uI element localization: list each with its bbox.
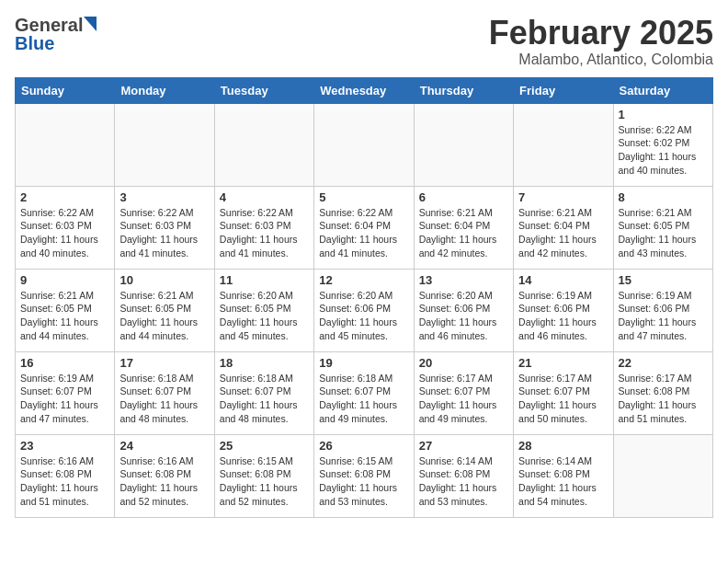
title-area: February 2025 Malambo, Atlantico, Colomb… [489,15,713,68]
day-cell: 21Sunrise: 6:17 AM Sunset: 6:07 PM Dayli… [514,351,613,434]
day-number: 7 [518,190,608,204]
day-number: 23 [20,439,109,453]
day-number: 5 [319,190,408,204]
day-number: 15 [619,273,708,287]
day-number: 1 [619,108,708,121]
day-cell: 9Sunrise: 6:21 AM Sunset: 6:05 PM Daylig… [16,269,115,351]
logo-blue: Blue [15,33,54,53]
day-cell: 10Sunrise: 6:21 AM Sunset: 6:05 PM Dayli… [115,269,214,351]
day-cell: 18Sunrise: 6:18 AM Sunset: 6:07 PM Dayli… [214,351,313,434]
day-number: 18 [220,356,309,370]
day-number: 12 [319,273,408,287]
day-number: 16 [20,356,109,370]
day-info: Sunrise: 6:21 AM Sunset: 6:05 PM Dayligh… [619,206,708,260]
day-number: 25 [220,439,309,453]
day-number: 26 [319,439,408,453]
day-number: 11 [220,273,309,287]
day-number: 14 [518,273,608,287]
day-number: 27 [419,439,508,453]
day-cell: 23Sunrise: 6:16 AM Sunset: 6:08 PM Dayli… [16,434,115,517]
day-number: 8 [619,190,708,204]
day-info: Sunrise: 6:20 AM Sunset: 6:06 PM Dayligh… [419,289,508,343]
week-row-0: 1Sunrise: 6:22 AM Sunset: 6:02 PM Daylig… [16,103,713,186]
logo: General Blue [15,15,97,52]
day-cell: 17Sunrise: 6:18 AM Sunset: 6:07 PM Dayli… [115,351,214,434]
month-title: February 2025 [489,15,713,52]
day-cell: 1Sunrise: 6:22 AM Sunset: 6:02 PM Daylig… [613,103,712,186]
day-info: Sunrise: 6:14 AM Sunset: 6:08 PM Dayligh… [419,454,508,509]
day-number: 21 [518,356,608,370]
calendar-header-row: SundayMondayTuesdayWednesdayThursdayFrid… [16,77,713,103]
day-cell: 27Sunrise: 6:14 AM Sunset: 6:08 PM Dayli… [414,434,513,517]
day-number: 20 [419,356,508,370]
day-info: Sunrise: 6:21 AM Sunset: 6:04 PM Dayligh… [518,206,608,260]
header-monday: Monday [115,77,214,103]
day-cell: 16Sunrise: 6:19 AM Sunset: 6:07 PM Dayli… [16,351,115,434]
day-info: Sunrise: 6:14 AM Sunset: 6:08 PM Dayligh… [518,454,608,509]
day-info: Sunrise: 6:17 AM Sunset: 6:07 PM Dayligh… [419,372,508,426]
day-cell: 7Sunrise: 6:21 AM Sunset: 6:04 PM Daylig… [514,186,613,269]
day-cell: 5Sunrise: 6:22 AM Sunset: 6:04 PM Daylig… [314,186,414,269]
day-cell: 24Sunrise: 6:16 AM Sunset: 6:08 PM Dayli… [115,434,214,517]
day-info: Sunrise: 6:16 AM Sunset: 6:08 PM Dayligh… [20,454,109,509]
day-info: Sunrise: 6:18 AM Sunset: 6:07 PM Dayligh… [319,372,408,426]
day-info: Sunrise: 6:19 AM Sunset: 6:06 PM Dayligh… [518,289,608,343]
header-sunday: Sunday [16,77,115,103]
day-cell [514,103,613,186]
day-number: 24 [119,439,209,453]
day-info: Sunrise: 6:22 AM Sunset: 6:03 PM Dayligh… [119,206,209,260]
day-cell: 13Sunrise: 6:20 AM Sunset: 6:06 PM Dayli… [414,269,513,351]
week-row-1: 2Sunrise: 6:22 AM Sunset: 6:03 PM Daylig… [16,186,713,269]
week-row-2: 9Sunrise: 6:21 AM Sunset: 6:05 PM Daylig… [16,269,713,351]
day-cell: 22Sunrise: 6:17 AM Sunset: 6:08 PM Dayli… [613,351,712,434]
day-number: 9 [20,273,109,287]
day-number: 22 [619,356,708,370]
day-number: 6 [419,190,508,204]
day-info: Sunrise: 6:17 AM Sunset: 6:07 PM Dayligh… [518,372,608,426]
day-cell: 3Sunrise: 6:22 AM Sunset: 6:03 PM Daylig… [115,186,214,269]
day-info: Sunrise: 6:20 AM Sunset: 6:05 PM Dayligh… [220,289,309,343]
day-info: Sunrise: 6:22 AM Sunset: 6:03 PM Dayligh… [20,206,109,260]
day-cell: 19Sunrise: 6:18 AM Sunset: 6:07 PM Dayli… [314,351,414,434]
day-info: Sunrise: 6:15 AM Sunset: 6:08 PM Dayligh… [319,454,408,509]
day-number: 3 [119,190,209,204]
day-cell [16,103,115,186]
day-info: Sunrise: 6:19 AM Sunset: 6:06 PM Dayligh… [619,289,708,343]
header-friday: Friday [514,77,613,103]
day-cell: 20Sunrise: 6:17 AM Sunset: 6:07 PM Dayli… [414,351,513,434]
day-number: 2 [20,190,109,204]
day-info: Sunrise: 6:15 AM Sunset: 6:08 PM Dayligh… [220,454,309,509]
day-info: Sunrise: 6:22 AM Sunset: 6:03 PM Dayligh… [220,206,309,260]
logo-general: General [15,16,83,34]
day-info: Sunrise: 6:21 AM Sunset: 6:05 PM Dayligh… [119,289,209,343]
day-cell: 11Sunrise: 6:20 AM Sunset: 6:05 PM Dayli… [214,269,313,351]
day-number: 13 [419,273,508,287]
day-info: Sunrise: 6:21 AM Sunset: 6:05 PM Dayligh… [20,289,109,343]
day-cell [214,103,313,186]
day-cell: 25Sunrise: 6:15 AM Sunset: 6:08 PM Dayli… [214,434,313,517]
day-info: Sunrise: 6:17 AM Sunset: 6:08 PM Dayligh… [619,372,708,426]
day-number: 4 [220,190,309,204]
day-cell: 12Sunrise: 6:20 AM Sunset: 6:06 PM Dayli… [314,269,414,351]
day-cell: 6Sunrise: 6:21 AM Sunset: 6:04 PM Daylig… [414,186,513,269]
day-number: 28 [518,439,608,453]
day-info: Sunrise: 6:20 AM Sunset: 6:06 PM Dayligh… [319,289,408,343]
header-thursday: Thursday [414,77,513,103]
logo-triangle-icon [84,17,97,34]
day-cell: 28Sunrise: 6:14 AM Sunset: 6:08 PM Dayli… [514,434,613,517]
header-saturday: Saturday [613,77,712,103]
day-cell: 4Sunrise: 6:22 AM Sunset: 6:03 PM Daylig… [214,186,313,269]
day-info: Sunrise: 6:18 AM Sunset: 6:07 PM Dayligh… [220,372,309,426]
page-header: General Blue February 2025 Malambo, Atla… [15,15,713,68]
day-number: 10 [119,273,209,287]
day-info: Sunrise: 6:16 AM Sunset: 6:08 PM Dayligh… [119,454,209,509]
header-tuesday: Tuesday [214,77,313,103]
day-cell [314,103,414,186]
day-cell [613,434,712,517]
day-info: Sunrise: 6:22 AM Sunset: 6:02 PM Dayligh… [619,123,708,178]
day-number: 17 [119,356,209,370]
day-info: Sunrise: 6:18 AM Sunset: 6:07 PM Dayligh… [119,372,209,426]
day-info: Sunrise: 6:19 AM Sunset: 6:07 PM Dayligh… [20,372,109,426]
day-cell: 8Sunrise: 6:21 AM Sunset: 6:05 PM Daylig… [613,186,712,269]
location-subtitle: Malambo, Atlantico, Colombia [489,52,713,68]
